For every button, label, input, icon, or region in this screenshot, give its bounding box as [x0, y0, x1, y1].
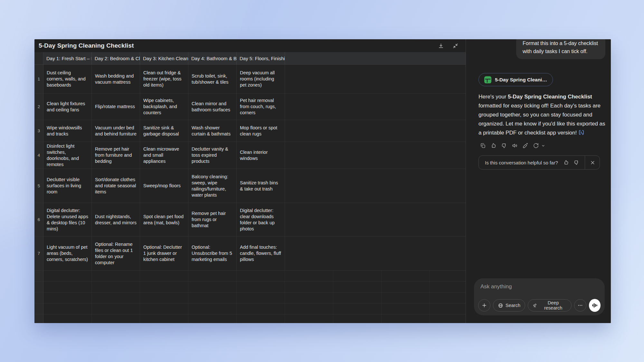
edit-button[interactable] [521, 141, 530, 150]
row-number[interactable]: 6 [34, 203, 43, 236]
sheet-cell[interactable]: Declutter vanity & toss expired products [188, 142, 237, 169]
sheet-cell[interactable] [43, 314, 92, 323]
sheet-cell[interactable] [285, 282, 333, 292]
sheet-cell[interactable] [285, 292, 333, 303]
sheet-cell[interactable]: Wipe cabinets, backsplash, and counters [140, 94, 188, 120]
sheet-cell[interactable]: Digital declutter: clear downloads folde… [237, 203, 285, 236]
sheet-cell[interactable] [333, 271, 382, 281]
sheet-cell[interactable] [237, 314, 285, 323]
sheet-cell[interactable] [92, 303, 140, 314]
sheet-cell[interactable] [285, 303, 333, 314]
sheet-cell[interactable]: Flip/rotate mattress [92, 94, 140, 120]
sheet-cell[interactable] [188, 271, 237, 281]
row-number[interactable] [34, 271, 43, 281]
sheet-cell[interactable] [92, 314, 140, 323]
sheet-cell[interactable] [382, 282, 430, 292]
sheet-cell[interactable] [140, 303, 188, 314]
row-number[interactable]: 5 [34, 169, 43, 203]
sheet-cell[interactable]: Pet hair removal from couch, rugs, corne… [237, 94, 285, 120]
sheet-cell[interactable]: Clean mirror and bathroom surfaces [188, 94, 237, 120]
column-header[interactable]: Day 5: Floors, Finishi [237, 52, 285, 64]
sheet-cell[interactable] [382, 271, 430, 281]
sheet-cell[interactable]: Sanitize sink & garbage disposal [140, 120, 188, 142]
sheet-cell[interactable]: Balcony cleaning: sweep, wipe railings/f… [188, 169, 237, 203]
sheet-cell[interactable] [382, 292, 430, 303]
search-button[interactable]: Search [493, 299, 525, 311]
more-options-button[interactable] [574, 299, 586, 311]
sheet-cell[interactable]: Optional: Unsubscribe from 5 marketing e… [188, 237, 237, 270]
sheet-cell[interactable] [237, 303, 285, 314]
sheet-cell[interactable] [188, 292, 237, 303]
sheet-cell[interactable]: Spot clean pet food area (mat, bowls) [140, 203, 188, 236]
row-number[interactable]: 3 [34, 120, 43, 142]
sheet-cell[interactable] [237, 282, 285, 292]
sheet-cell[interactable]: Wash shower curtain & bathmats [188, 120, 237, 142]
deep-research-button[interactable]: Deep research [528, 299, 572, 311]
sheet-cell[interactable]: Sanitize trash bins & take out trash [237, 169, 285, 203]
sheet-cell[interactable] [333, 282, 382, 292]
sheet-cell[interactable] [333, 314, 382, 323]
sheet-cell[interactable] [140, 292, 188, 303]
sheet-cell[interactable] [188, 314, 237, 323]
sheet-cell[interactable] [43, 292, 92, 303]
terminal-icon[interactable] [578, 129, 584, 135]
sheet-cell[interactable] [92, 271, 140, 281]
copy-button[interactable] [478, 141, 487, 150]
sheet-cell[interactable]: Scrub toilet, sink, tub/shower & tiles [188, 65, 237, 93]
sheet-cell[interactable] [333, 303, 382, 314]
sheet-cell[interactable] [237, 292, 285, 303]
attach-button[interactable] [478, 299, 490, 311]
sheet-cell[interactable]: Wash bedding and vacuum mattress [92, 65, 140, 93]
sheet-cell[interactable]: Declutter visible surfaces in living roo… [43, 169, 92, 203]
sheet-cell[interactable] [382, 303, 430, 314]
sheet-cell[interactable]: Clean interior windows [237, 142, 285, 169]
sheet-cell[interactable]: Disinfect light switches, doorknobs, and… [43, 142, 92, 169]
file-chip[interactable]: 5-Day Spring Cleani… [478, 73, 553, 86]
sheet-cell[interactable]: Deep vacuum all rooms (including pet zon… [237, 65, 285, 93]
sheet-cell[interactable] [285, 314, 333, 323]
column-header[interactable]: Day 2: Bedroom & Clo [92, 52, 140, 64]
sheet-cell[interactable] [237, 271, 285, 281]
collapse-button[interactable] [452, 42, 459, 50]
sheet-cell[interactable] [43, 271, 92, 281]
sheet-cell[interactable]: Remove pet hair from furniture and beddi… [92, 142, 140, 169]
row-number[interactable] [34, 303, 43, 314]
thumbs-down-button[interactable] [500, 141, 508, 150]
sheet-cell[interactable]: Optional: Declutter 1 junk drawer or kit… [140, 237, 188, 270]
sheet-cell[interactable] [92, 282, 140, 292]
sheet-cell[interactable]: Light vacuum of pet areas (beds, corners… [43, 237, 92, 270]
sheet-cell[interactable] [43, 303, 92, 314]
sheet-cell[interactable] [285, 271, 333, 281]
sheet-cell[interactable] [140, 271, 188, 281]
sheet-cell[interactable] [333, 292, 382, 303]
sheet-cell[interactable]: Optional: Rename files or clean out 1 fo… [92, 237, 140, 270]
sheet-cell[interactable]: Vacuum under bed and behind furniture [92, 120, 140, 142]
row-number[interactable]: 4 [34, 142, 43, 169]
column-header[interactable]: Day 1: Fresh Start – D [43, 52, 92, 64]
thumbs-up-button[interactable] [489, 141, 498, 150]
sheet-cell[interactable]: Clean out fridge & freezer (wipe, toss o… [140, 65, 188, 93]
sheet-cell[interactable]: Clean light fixtures and ceiling fans [43, 94, 92, 120]
message-input[interactable] [480, 283, 598, 293]
sheet-cell[interactable] [188, 303, 237, 314]
sheet-cell[interactable]: Sweep/mop floors [140, 169, 188, 203]
sheet-cell[interactable]: Digital declutter: Delete unused apps & … [43, 203, 92, 236]
feedback-thumbs-down-button[interactable] [572, 158, 581, 167]
sheet-cell[interactable] [43, 282, 92, 292]
row-number[interactable] [34, 282, 43, 292]
sheet-cell[interactable]: Dust ceiling corners, walls, and baseboa… [43, 65, 92, 93]
sheet-cell[interactable]: Clean microwave and small appliances [140, 142, 188, 169]
sheet-cell[interactable]: Sort/donate clothes and rotate seasonal … [92, 169, 140, 203]
column-header[interactable]: Day 4: Bathroom & B [188, 52, 237, 64]
read-aloud-button[interactable] [510, 141, 519, 150]
sheet-cell[interactable]: Wipe windowsills and tracks [43, 120, 92, 142]
sheet-cell[interactable] [140, 282, 188, 292]
feedback-close-button[interactable] [588, 158, 597, 167]
row-number[interactable]: 2 [34, 94, 43, 120]
sheet-cell[interactable]: Dust nightstands, dresser, and mirrors [92, 203, 140, 236]
sheet-cell[interactable]: Add final touches: candle, flowers, fluf… [237, 237, 285, 270]
sheet-cell[interactable]: Remove pet hair from rugs or bathmat [188, 203, 237, 236]
download-button[interactable] [437, 42, 445, 50]
sheet-cell[interactable]: Mop floors or spot clean rugs [237, 120, 285, 142]
row-number[interactable] [34, 314, 43, 323]
